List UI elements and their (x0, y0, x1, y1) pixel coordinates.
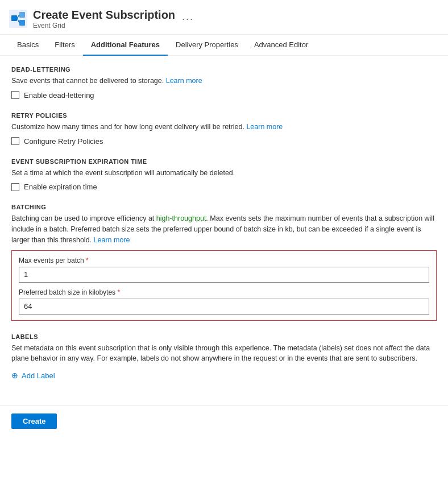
dead-lettering-learn-more[interactable]: Learn more (166, 77, 202, 85)
retry-policies-checkbox-row: Configure Retry Policies (11, 137, 437, 146)
batching-desc: Batching can be used to improve efficien… (11, 213, 437, 245)
svg-rect-3 (19, 20, 25, 26)
dead-lettering-checkbox-label[interactable]: Enable dead-lettering (24, 91, 94, 100)
retry-policies-section: RETRY POLICIES Customize how many times … (11, 112, 437, 146)
max-events-label: Max events per batch * (19, 257, 429, 264)
max-events-required: * (86, 257, 89, 264)
labels-title: LABELS (11, 333, 437, 340)
page-subtitle: Event Grid (33, 22, 175, 30)
add-label-icon: ⊕ (11, 371, 18, 380)
batching-section: BATCHING Batching can be used to improve… (11, 204, 437, 320)
retry-policies-desc: Customize how many times and for how lon… (11, 122, 437, 133)
expiration-checkbox-label[interactable]: Enable expiration time (24, 183, 97, 191)
page-footer: Create (0, 405, 448, 437)
tab-additional-features[interactable]: Additional Features (83, 35, 168, 56)
max-events-field: Max events per batch * (19, 257, 429, 283)
expiration-desc: Set a time at which the event subscripti… (11, 168, 437, 179)
dead-lettering-title: DEAD-LETTERING (11, 66, 437, 73)
svg-rect-2 (19, 12, 25, 18)
preferred-batch-label: Preferred batch size in kilobytes * (19, 288, 429, 296)
event-grid-icon (9, 10, 27, 28)
expiration-checkbox[interactable] (11, 183, 19, 191)
labels-desc: Set metadata on this event subscription … (11, 343, 437, 365)
retry-policies-checkbox[interactable] (11, 137, 19, 145)
expiration-title: EVENT SUBSCRIPTION EXPIRATION TIME (11, 158, 437, 165)
add-label-button[interactable]: ⊕ Add Label (11, 369, 55, 382)
tab-bar: Basics Filters Additional Features Deliv… (0, 35, 448, 56)
tab-delivery-properties[interactable]: Delivery Properties (168, 35, 246, 56)
labels-section: LABELS Set metadata on this event subscr… (11, 333, 437, 383)
expiration-checkbox-row: Enable expiration time (11, 183, 437, 191)
preferred-batch-input[interactable] (19, 299, 429, 315)
preferred-batch-field: Preferred batch size in kilobytes * (19, 288, 429, 315)
header-text-block: Create Event Subscription Event Grid (33, 8, 175, 30)
page-title: Create Event Subscription (33, 8, 175, 22)
tab-advanced-editor[interactable]: Advanced Editor (246, 35, 316, 56)
create-button[interactable]: Create (11, 413, 57, 429)
tab-filters[interactable]: Filters (47, 35, 82, 56)
batching-input-box: Max events per batch * Preferred batch s… (11, 250, 437, 321)
max-events-input[interactable] (19, 267, 429, 283)
dead-lettering-checkbox[interactable] (11, 91, 19, 99)
more-options-icon[interactable]: ··· (182, 13, 194, 25)
high-throughput-text: high-throughput (156, 214, 206, 222)
dead-lettering-checkbox-row: Enable dead-lettering (11, 91, 437, 100)
page-header: Create Event Subscription Event Grid ··· (0, 0, 448, 35)
batching-learn-more[interactable]: Learn more (94, 236, 130, 244)
batching-title: BATCHING (11, 204, 437, 210)
add-label-text: Add Label (22, 371, 55, 380)
svg-rect-1 (11, 15, 17, 21)
expiration-section: EVENT SUBSCRIPTION EXPIRATION TIME Set a… (11, 158, 437, 192)
retry-policies-title: RETRY POLICIES (11, 112, 437, 119)
dead-lettering-desc: Save events that cannot be delivered to … (11, 76, 437, 86)
preferred-batch-required: * (117, 288, 120, 296)
dead-lettering-section: DEAD-LETTERING Save events that cannot b… (11, 66, 437, 100)
tab-basics[interactable]: Basics (9, 35, 47, 56)
retry-policies-learn-more[interactable]: Learn more (246, 123, 283, 131)
retry-policies-checkbox-label[interactable]: Configure Retry Policies (24, 137, 103, 146)
main-content: DEAD-LETTERING Save events that cannot b… (0, 56, 448, 405)
